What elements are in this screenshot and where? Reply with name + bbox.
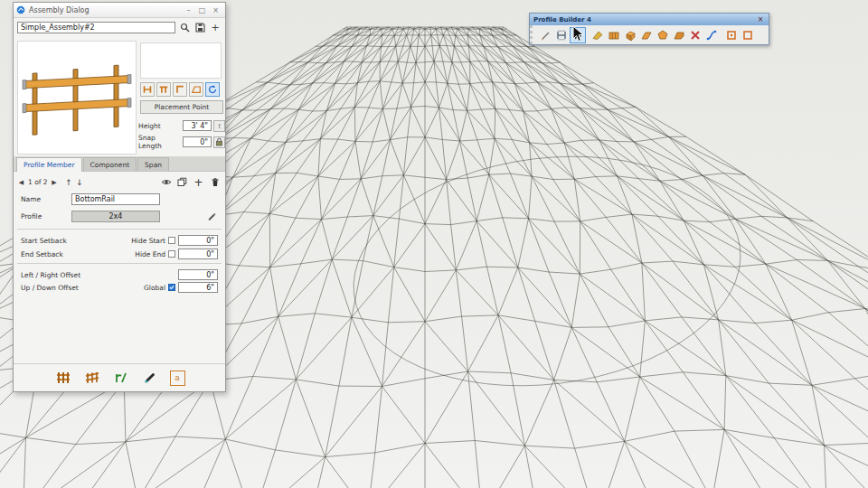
dialog-titlebar[interactable]: Assembly Dialog – □ × bbox=[14, 3, 225, 18]
tab-profile-member[interactable]: Profile Member bbox=[16, 157, 82, 172]
draw-profile-pencil-icon[interactable] bbox=[537, 27, 553, 43]
profile-preview[interactable] bbox=[140, 42, 222, 79]
prev-member-icon[interactable]: ◀ bbox=[17, 179, 25, 186]
member-shape-icon[interactable] bbox=[189, 82, 203, 97]
snap-length-label: Snap Length bbox=[138, 134, 181, 150]
dialog-bottom-toolbar: a bbox=[14, 363, 225, 391]
height-stepper-icon[interactable]: ↕ bbox=[213, 120, 225, 132]
edit-profile-pencil-icon[interactable] bbox=[204, 211, 218, 222]
name-label: Name bbox=[21, 195, 41, 203]
pb-close-icon[interactable]: × bbox=[756, 15, 765, 23]
save-icon[interactable] bbox=[193, 22, 206, 33]
height-label: Height bbox=[138, 122, 181, 130]
left-right-offset-input[interactable] bbox=[178, 269, 218, 280]
sketchup-viewport[interactable]: { "assembly": { "title": "Assembly Dialo… bbox=[0, 0, 868, 488]
revolve-shape-icon[interactable] bbox=[655, 27, 671, 43]
tab-component[interactable]: Component bbox=[83, 157, 137, 171]
build-tool-icon[interactable] bbox=[590, 27, 606, 43]
assembly-along-path-icon[interactable] bbox=[83, 369, 101, 387]
move-down-icon[interactable]: ↓ bbox=[76, 178, 84, 187]
tab-span[interactable]: Span bbox=[137, 157, 169, 171]
global-label: Global bbox=[144, 284, 165, 292]
next-member-icon[interactable]: ▶ bbox=[51, 179, 59, 186]
panel-tool-icon[interactable] bbox=[740, 27, 756, 43]
build-along-path-icon[interactable] bbox=[606, 27, 622, 43]
height-input[interactable] bbox=[183, 120, 212, 131]
search-icon[interactable] bbox=[178, 22, 191, 33]
close-icon[interactable]: × bbox=[209, 6, 222, 14]
member-nav: ◀ 1 of 2 ▶ ↑ ↓ + bbox=[17, 175, 222, 189]
end-setback-label: End Setback bbox=[21, 250, 63, 258]
curve-edit-icon[interactable] bbox=[703, 27, 720, 43]
delete-member-icon[interactable] bbox=[208, 176, 222, 188]
visibility-eye-icon[interactable] bbox=[159, 176, 173, 188]
build-assembly-icon[interactable] bbox=[54, 369, 72, 387]
eyedropper-icon[interactable] bbox=[141, 369, 159, 387]
pb-toolbar-title: Profile Builder 4 bbox=[533, 16, 756, 23]
profile-label: Profile bbox=[21, 212, 42, 221]
minimize-icon[interactable]: – bbox=[182, 6, 195, 14]
member-hbeam-icon[interactable] bbox=[140, 82, 155, 97]
assembly-dialog[interactable]: Assembly Dialog – □ × + bbox=[13, 2, 226, 392]
profile-select-button[interactable]: 2x4 bbox=[71, 211, 160, 222]
snap-lock-icon[interactable] bbox=[213, 136, 225, 148]
snap-length-input[interactable] bbox=[183, 136, 212, 147]
dialog-tabs: Profile Member Component Span bbox=[14, 156, 225, 172]
autofit-profile-icon[interactable]: a bbox=[170, 371, 185, 386]
up-down-offset-input[interactable] bbox=[178, 282, 218, 293]
start-setback-input[interactable] bbox=[178, 235, 218, 246]
dialog-title: Assembly Dialog bbox=[29, 6, 182, 14]
profile-dimensions-icon[interactable] bbox=[553, 27, 570, 43]
select-tool-icon[interactable] bbox=[570, 27, 586, 43]
member-corner-icon[interactable] bbox=[173, 82, 187, 97]
pb-toolbar-titlebar[interactable]: Profile Builder 4 × bbox=[530, 14, 769, 25]
up-down-offset-label: Up / Down Offset bbox=[21, 284, 79, 292]
hole-tool-icon[interactable] bbox=[723, 27, 740, 43]
app-icon bbox=[16, 5, 25, 14]
member-name-input[interactable] bbox=[71, 193, 160, 205]
assembly-preview[interactable] bbox=[17, 41, 137, 155]
stamp-shape-icon[interactable] bbox=[671, 27, 687, 43]
fence-preview-drawing bbox=[18, 42, 136, 154]
move-up-icon[interactable]: ↑ bbox=[65, 178, 73, 187]
profile-builder-toolbar[interactable]: Profile Builder 4 × bbox=[529, 13, 769, 45]
start-setback-label: Start Setback bbox=[21, 237, 67, 245]
placement-point-button[interactable]: Placement Point bbox=[140, 100, 223, 114]
assembly-name-input[interactable] bbox=[17, 22, 175, 33]
add-member-icon[interactable]: + bbox=[192, 176, 205, 188]
follow-path-icon[interactable] bbox=[638, 27, 655, 43]
duplicate-member-icon[interactable] bbox=[175, 176, 189, 188]
smart-path-select-icon[interactable] bbox=[112, 369, 130, 387]
new-assembly-icon[interactable]: + bbox=[209, 22, 222, 33]
hide-start-checkbox[interactable] bbox=[168, 237, 175, 244]
pb-toolbar-buttons bbox=[530, 25, 769, 44]
maximize-icon[interactable]: □ bbox=[195, 6, 209, 14]
hide-start-label: Hide Start bbox=[131, 237, 165, 245]
hide-end-checkbox[interactable] bbox=[168, 250, 175, 258]
global-checkbox[interactable] bbox=[168, 284, 175, 291]
left-right-offset-label: Left / Right Offset bbox=[21, 271, 80, 279]
member-position: 1 of 2 bbox=[28, 178, 48, 186]
hide-end-label: Hide End bbox=[135, 250, 165, 258]
extrude-box-icon[interactable] bbox=[622, 27, 638, 43]
assembly-ops-toolbar bbox=[140, 82, 223, 98]
end-setback-input[interactable] bbox=[178, 249, 218, 259]
member-table-icon[interactable] bbox=[156, 82, 171, 97]
trim-tool-icon[interactable] bbox=[687, 27, 703, 43]
refresh-preview-icon[interactable] bbox=[205, 82, 220, 97]
